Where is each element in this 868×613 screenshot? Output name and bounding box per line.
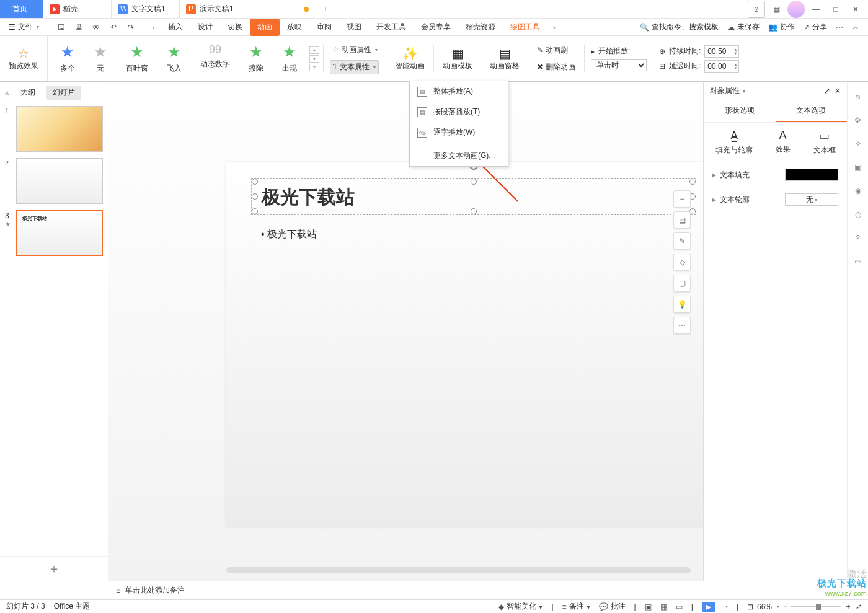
delete-anim-button[interactable]: ✖ 删除动画 <box>534 61 578 74</box>
tab-developer[interactable]: 开发工具 <box>369 19 414 36</box>
apps-icon[interactable]: ▦ <box>768 1 785 18</box>
dropdown-play-all[interactable]: ▤整体播放(A) <box>410 81 508 102</box>
maximize-button[interactable]: □ <box>827 1 844 18</box>
side-tool-4[interactable]: ▣ <box>852 161 864 174</box>
side-tool-2[interactable]: ⚙ <box>852 114 864 126</box>
frame-tool[interactable]: ▢ <box>673 275 691 292</box>
side-tool-7[interactable]: ? <box>852 232 864 244</box>
close-button[interactable]: ✕ <box>847 1 864 18</box>
shape-options-tab[interactable]: 形状选项 <box>704 100 776 122</box>
tab-design[interactable]: 设计 <box>190 19 220 36</box>
bullet-text[interactable]: • 极光下载站 <box>251 224 696 245</box>
text-outline-row[interactable]: ▸文本轮廓 无 ▾ <box>704 187 847 212</box>
play-button[interactable]: ▶ <box>702 602 715 612</box>
text-fill-row[interactable]: ▸文本填充 <box>704 162 847 187</box>
unsaved-button[interactable]: ☁ 未保存 <box>727 22 760 32</box>
more-menu[interactable]: ⋯ <box>836 23 843 32</box>
preview-effect-button[interactable]: ☆ 预览效果 <box>0 36 48 81</box>
add-tab-button[interactable]: ＋ <box>316 0 335 18</box>
tab-home[interactable]: 首页 <box>0 0 43 18</box>
resize-handle[interactable] <box>471 208 477 214</box>
collab-button[interactable]: 👥 协作 <box>768 22 795 32</box>
tab-draw-tools[interactable]: 绘图工具 <box>503 19 547 36</box>
preview-icon[interactable]: 👁 <box>91 22 102 33</box>
tab-slideshow[interactable]: 放映 <box>280 19 309 36</box>
notification-badge[interactable]: 2 <box>748 1 765 18</box>
view-normal[interactable]: ▣ <box>645 602 652 611</box>
duration-spinner[interactable]: 00.50▲▼ <box>704 45 739 58</box>
slides-tab[interactable]: 幻灯片 <box>46 86 81 100</box>
collapse-panel[interactable]: « <box>5 89 9 97</box>
side-tool-8[interactable]: ▭ <box>852 255 864 268</box>
view-reading[interactable]: ▭ <box>676 602 683 611</box>
tab-prev[interactable]: ‹ <box>148 23 159 32</box>
tab-view[interactable]: 视图 <box>339 19 369 36</box>
outline-tab[interactable]: 大纲 <box>14 86 42 100</box>
zoom-slider[interactable] <box>791 606 841 607</box>
slide-canvas[interactable]: 极光下载站 • 极光下载站 − ▤ ✎ ◇ ▢ 💡 ⋯ <box>108 82 703 581</box>
pin-icon[interactable]: ⤢ <box>824 87 830 95</box>
textbox-tab[interactable]: ▭文本框 <box>813 129 836 156</box>
body-textbox[interactable]: • 极光下载站 <box>251 224 696 245</box>
tab-resources[interactable]: 稻壳资源 <box>458 19 503 36</box>
tab-next[interactable]: › <box>549 23 560 32</box>
notes-placeholder[interactable]: 单击此处添加备注 <box>125 585 185 596</box>
resize-handle[interactable] <box>471 179 477 185</box>
side-tool-5[interactable]: ◉ <box>852 185 864 197</box>
zoom-fit[interactable]: ⊡ <box>747 602 753 611</box>
collapse-ribbon[interactable]: ︿ <box>852 22 859 32</box>
effect-multiple[interactable]: ★多个 <box>60 43 75 74</box>
command-search[interactable]: 🔍 查找命令、搜索模板 <box>640 22 719 32</box>
close-panel[interactable]: ✕ <box>835 87 841 95</box>
title-textbox[interactable]: 极光下载站 <box>251 178 696 215</box>
tab-presentation[interactable]: P 演示文稿1 <box>180 0 316 18</box>
dropdown-more-text-anim[interactable]: ⋯更多文本动画(G)... <box>410 146 508 166</box>
tab-daoke[interactable]: 稻壳 <box>43 0 112 18</box>
tab-insert[interactable]: 插入 <box>161 19 190 36</box>
delay-spinner[interactable]: 00.00▲▼ <box>704 60 739 73</box>
resize-handle[interactable] <box>252 208 258 214</box>
fill-outline-tab[interactable]: A̲填充与轮廓 <box>715 129 753 156</box>
effects-tab[interactable]: A效果 <box>776 129 790 156</box>
zoom-out-tool[interactable]: − <box>673 190 691 208</box>
file-menu[interactable]: ☰ 文件 ▾ <box>4 22 44 32</box>
zoom-max[interactable]: ⤢ <box>856 602 862 611</box>
tab-review[interactable]: 审阅 <box>309 19 339 36</box>
resize-handle[interactable] <box>252 193 258 200</box>
tab-animation[interactable]: 动画 <box>250 19 280 36</box>
user-avatar[interactable] <box>787 1 805 18</box>
effect-flyin[interactable]: ★飞入 <box>167 43 182 74</box>
print-icon[interactable]: 🖶 <box>73 22 84 33</box>
smart-anim-button[interactable]: ✨智能动画 <box>386 36 433 81</box>
more-tool[interactable]: ⋯ <box>673 317 691 334</box>
save-icon[interactable]: 🖫 <box>56 22 67 33</box>
redo-icon[interactable]: ↷ <box>125 22 136 33</box>
zoom-value[interactable]: 66% <box>757 602 772 611</box>
text-outline-select[interactable]: 无 ▾ <box>785 193 838 206</box>
side-tool-1[interactable]: ⎋ <box>852 90 864 103</box>
text-options-tab[interactable]: 文本选项 <box>776 100 848 122</box>
side-tool-6[interactable]: ◎ <box>852 208 864 221</box>
dropdown-play-by-para[interactable]: ▤按段落播放(T) <box>410 102 508 122</box>
undo-icon[interactable]: ↶ <box>108 22 119 33</box>
anim-brush-button[interactable]: ✎ 动画刷 <box>534 44 570 57</box>
start-select[interactable]: 单击时 <box>591 59 647 71</box>
slide-thumb-3[interactable]: 3★ 极光下载站 <box>5 210 103 256</box>
layers-tool[interactable]: ▤ <box>673 211 691 229</box>
effect-appear[interactable]: ★出现 <box>282 43 297 74</box>
tab-vip[interactable]: 会员专享 <box>414 19 458 36</box>
view-sorter[interactable]: ▦ <box>660 602 667 611</box>
gallery-nav[interactable]: ▴▾▿ <box>309 46 323 71</box>
dropdown-play-by-char[interactable]: AB逐字播放(W) <box>410 122 508 143</box>
side-tool-3[interactable]: ✧ <box>852 138 864 150</box>
slide-thumb-1[interactable]: 1 <box>5 106 103 152</box>
anim-template-button[interactable]: ▦动画模板 <box>434 36 481 81</box>
notes-toggle[interactable]: ≡ 备注 ▾ <box>562 601 590 612</box>
smart-beautify-button[interactable]: ◆ 智能美化 ▾ <box>498 601 542 612</box>
tab-transition[interactable]: 切换 <box>220 19 250 36</box>
anim-props-button[interactable]: ☆ 动画属性 ▾ <box>330 43 380 56</box>
text-props-button[interactable]: Ƭ 文本属性 ▾ <box>330 60 379 74</box>
slide-thumb-2[interactable]: 2 <box>5 158 103 204</box>
add-slide-button[interactable]: ＋ <box>0 556 108 581</box>
resize-handle[interactable] <box>252 179 258 185</box>
